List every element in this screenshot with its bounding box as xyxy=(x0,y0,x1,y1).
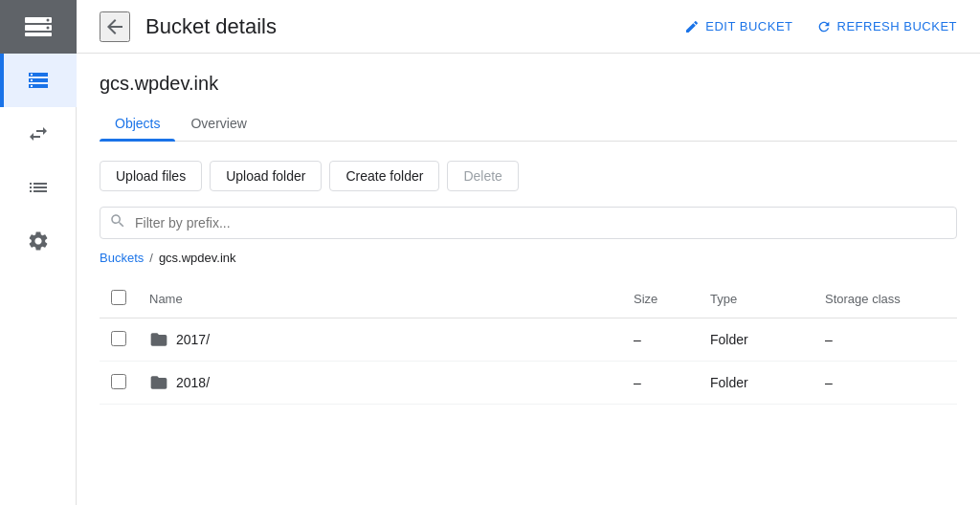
refresh-bucket-label: REFRESH BUCKET xyxy=(837,19,957,33)
sidebar xyxy=(0,0,77,505)
delete-button[interactable]: Delete xyxy=(447,161,518,191)
upload-files-button[interactable]: Upload files xyxy=(100,161,202,191)
table-col-storage: Storage class xyxy=(813,280,957,318)
row-type: Folder xyxy=(699,362,813,405)
breadcrumb-current: gcs.wpdev.ink xyxy=(159,251,236,265)
folder-icon xyxy=(149,330,168,349)
back-button[interactable] xyxy=(100,11,130,42)
row-type: Folder xyxy=(699,318,813,362)
logo-icon xyxy=(23,11,54,42)
row-name[interactable]: 2018/ xyxy=(176,375,210,390)
filter-input[interactable] xyxy=(100,207,957,239)
row-checkbox[interactable] xyxy=(111,374,126,389)
table-col-name: Name xyxy=(138,280,622,318)
app-logo xyxy=(0,0,77,54)
topbar-actions: EDIT BUCKET REFRESH BUCKET xyxy=(684,19,957,34)
transfer-icon xyxy=(27,122,50,145)
row-name[interactable]: 2017/ xyxy=(176,332,210,347)
page-title: Bucket details xyxy=(145,14,669,39)
edit-icon xyxy=(684,19,700,34)
tab-overview[interactable]: Overview xyxy=(175,106,261,141)
folder-icon xyxy=(149,373,168,392)
table-row: 2018/ – Folder – xyxy=(100,362,957,405)
refresh-icon xyxy=(816,19,832,34)
edit-bucket-button[interactable]: EDIT BUCKET xyxy=(684,19,792,34)
sidebar-item-settings[interactable] xyxy=(0,214,77,268)
breadcrumb-buckets-link[interactable]: Buckets xyxy=(100,251,144,265)
edit-bucket-label: EDIT BUCKET xyxy=(705,19,792,33)
breadcrumb-separator: / xyxy=(149,251,153,265)
row-checkbox[interactable] xyxy=(111,331,126,346)
content-area: gcs.wpdev.ink Objects Overview Upload fi… xyxy=(77,54,980,505)
sidebar-item-list[interactable] xyxy=(0,161,77,214)
filter-container xyxy=(100,207,957,239)
table-header-row: Name Size Type Storage class xyxy=(100,280,957,318)
search-icon xyxy=(109,212,126,233)
list-icon xyxy=(27,176,50,199)
row-checkbox-cell xyxy=(100,318,138,362)
row-storage-class: – xyxy=(813,362,957,405)
row-size: – xyxy=(622,362,699,405)
select-all-checkbox[interactable] xyxy=(111,290,126,305)
bucket-name: gcs.wpdev.ink xyxy=(100,73,957,95)
sidebar-item-storage[interactable] xyxy=(0,54,77,107)
table-row: 2017/ – Folder – xyxy=(100,318,957,362)
tab-objects[interactable]: Objects xyxy=(100,106,175,141)
row-name-cell: 2018/ xyxy=(138,362,622,405)
row-size: – xyxy=(622,318,699,362)
table-col-size: Size xyxy=(622,280,699,318)
row-name-cell: 2017/ xyxy=(138,318,622,362)
storage-icon xyxy=(27,69,50,92)
row-storage-class: – xyxy=(813,318,957,362)
upload-folder-button[interactable]: Upload folder xyxy=(210,161,322,191)
tabs: Objects Overview xyxy=(100,106,957,142)
sidebar-item-transfer[interactable] xyxy=(0,107,77,161)
settings-icon xyxy=(27,230,50,252)
main-content: Bucket details EDIT BUCKET REFRESH BUCKE… xyxy=(77,0,980,505)
table-header-checkbox xyxy=(100,280,138,318)
create-folder-button[interactable]: Create folder xyxy=(329,161,439,191)
row-checkbox-cell xyxy=(100,362,138,405)
refresh-bucket-button[interactable]: REFRESH BUCKET xyxy=(816,19,957,34)
action-buttons: Upload files Upload folder Create folder… xyxy=(100,161,957,191)
objects-table: Name Size Type Storage class xyxy=(100,280,957,405)
table-col-type: Type xyxy=(699,280,813,318)
table-body: 2017/ – Folder – 2018/ – xyxy=(100,318,957,405)
topbar: Bucket details EDIT BUCKET REFRESH BUCKE… xyxy=(77,0,980,54)
svg-point-3 xyxy=(46,19,49,22)
svg-point-4 xyxy=(46,27,49,30)
breadcrumb: Buckets / gcs.wpdev.ink xyxy=(100,251,957,265)
svg-rect-2 xyxy=(25,33,52,36)
